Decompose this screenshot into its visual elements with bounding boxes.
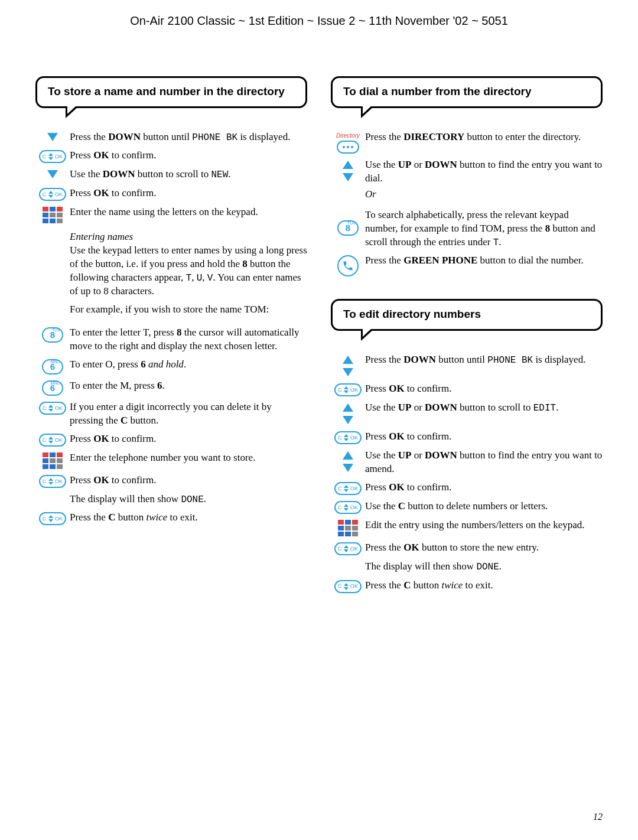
title-dial-text: To dial a number from the directory [343, 85, 531, 97]
title-edit-text: To edit directory numbers [343, 308, 481, 320]
step-directory-button: Directory Press the DIRECTORY button to … [331, 131, 603, 154]
step-ok-3: COK Press OK to confirm. [35, 432, 307, 447]
text: Use the UP or DOWN button to find the en… [365, 158, 603, 204]
step-enter-name: Enter the name using the letters on the … [35, 206, 307, 223]
keypad-icon [43, 452, 63, 469]
step-e10: The display will then show DONE. [331, 560, 603, 574]
title-store-text: To store a name and number in the direct… [48, 85, 285, 97]
c-ok-button-icon: COK [334, 580, 362, 593]
step-exit-c: COK Press the C button twice to exit. [35, 511, 307, 525]
entering-names-block: Entering names Use the keypad letters to… [35, 228, 307, 321]
up-down-arrow-icon [343, 354, 353, 377]
text: Press OK to confirm. [365, 481, 603, 494]
page-number: 12 [593, 810, 603, 823]
c-ok-button-icon: COK [39, 475, 66, 488]
text: To enter the letter T, press 8 the curso… [70, 326, 307, 353]
entering-names-subhead: Entering names [70, 230, 307, 244]
step-e9: COK Press the OK button to store the new… [331, 541, 603, 555]
step-e5: Use the UP or DOWN button to find the en… [331, 449, 603, 476]
keypad-icon [43, 207, 63, 223]
text: To enter the M, press 6. [70, 379, 307, 393]
text: To enter O, press 6 and hold. [70, 358, 307, 372]
c-ok-button-icon: COK [334, 501, 362, 514]
text: If you enter a digit incorrectly you can… [70, 401, 307, 428]
key-8-icon: 8TUV [42, 327, 63, 343]
page-header: On-Air 2100 Classic ~ 1st Edition ~ Issu… [35, 13, 603, 29]
step-e4: COK Press OK to confirm. [331, 430, 603, 444]
text: Use the UP or DOWN button to find the en… [365, 449, 603, 476]
step-e11: COK Press the C button twice to exit. [331, 579, 603, 593]
text: To search alphabetically, press the rele… [365, 209, 603, 249]
text: The display will then show DONE. [70, 493, 307, 507]
c-ok-button-icon: COK [39, 150, 66, 163]
step-search-alpha: 8TUV To search alphabetically, press the… [331, 209, 603, 249]
text: Press OK to confirm. [70, 474, 307, 487]
text: The display will then show DONE. [365, 560, 603, 574]
c-ok-button-icon: COK [334, 431, 362, 444]
step-delete-c: COK If you enter a digit incorrectly you… [35, 401, 307, 428]
step-press-6-hold: 6MNO To enter O, press 6 and hold. [35, 358, 307, 375]
step-press-6: 6MNO To enter the M, press 6. [35, 379, 307, 396]
c-ok-button-icon: COK [334, 383, 362, 396]
up-down-arrow-icon [343, 402, 353, 425]
text: Press the DIRECTORY button to enter the … [365, 131, 603, 144]
text: Press the DOWN button until PHONE BK is … [365, 353, 603, 367]
c-ok-button-icon: COK [39, 402, 66, 415]
text: Press OK to confirm. [70, 432, 307, 446]
entering-names-para2: For example, if you wish to store the na… [70, 303, 307, 317]
text: Use the C button to delete numbers or le… [365, 500, 603, 513]
or-text: Or [365, 188, 603, 201]
step-e6: COK Press OK to confirm. [331, 481, 603, 495]
text: Enter the name using the letters on the … [70, 206, 307, 219]
directory-button-icon: Directory [336, 132, 360, 154]
step-e8: Edit the entry using the numbers/letters… [331, 519, 603, 536]
text: Press the GREEN PHONE button to dial the… [365, 254, 603, 268]
c-ok-button-icon: COK [334, 542, 362, 555]
content-columns: To store a name and number in the direct… [35, 76, 603, 598]
key-6-icon: 6MNO [42, 380, 63, 396]
up-down-arrow-icon [343, 450, 353, 473]
key-8-icon: 8TUV [337, 220, 359, 236]
entering-names-para1: Use the keypad letters to enter names by… [70, 244, 307, 298]
text: Press the DOWN button until PHONE BK is … [70, 131, 307, 145]
step-done-1: The display will then show DONE. [35, 493, 307, 507]
step-down-new: Use the DOWN button to scroll to NEW. [35, 168, 307, 182]
text: Use the DOWN button to scroll to NEW. [70, 168, 307, 182]
c-ok-button-icon: COK [39, 512, 66, 525]
green-phone-icon [337, 255, 359, 276]
step-e3: Use the UP or DOWN button to scroll to E… [331, 401, 603, 425]
step-press-8: 8TUV To enter the letter T, press 8 the … [35, 326, 307, 353]
step-green-phone: Press the GREEN PHONE button to dial the… [331, 254, 603, 276]
right-column: To dial a number from the directory Dire… [331, 76, 603, 598]
keypad-icon [338, 520, 358, 536]
left-column: To store a name and number in the direct… [35, 76, 307, 598]
text: Press the OK button to store the new ent… [365, 541, 603, 555]
text: Press the C button twice to exit. [365, 579, 603, 592]
down-arrow-icon [47, 170, 58, 178]
step-enter-number: Enter the telephone number you want to s… [35, 451, 307, 469]
c-ok-button-icon: COK [39, 188, 66, 201]
key-6-icon: 6MNO [42, 359, 63, 375]
down-arrow-icon [47, 133, 58, 141]
text: Use the UP or DOWN button to scroll to E… [365, 401, 603, 415]
text: Press the C button twice to exit. [70, 511, 307, 525]
step-e2: COK Press OK to confirm. [331, 382, 603, 396]
step-down-phonebk: Press the DOWN button until PHONE BK is … [35, 131, 307, 145]
step-ok-2: COK Press OK to confirm. [35, 187, 307, 201]
text: Press OK to confirm. [365, 430, 603, 444]
text: Enter the telephone number you want to s… [70, 451, 307, 465]
step-e1: Press the DOWN button until PHONE BK is … [331, 353, 603, 377]
c-ok-button-icon: COK [39, 434, 66, 447]
up-down-arrow-icon [343, 159, 353, 183]
text: Press OK to confirm. [70, 149, 307, 162]
title-edit: To edit directory numbers [331, 299, 603, 331]
text: Edit the entry using the numbers/letters… [365, 519, 603, 532]
text: Press OK to confirm. [70, 187, 307, 200]
text: Press OK to confirm. [365, 382, 603, 396]
title-dial: To dial a number from the directory [331, 76, 603, 108]
step-ok-1: COK Press OK to confirm. [35, 149, 307, 163]
step-updown-find: Use the UP or DOWN button to find the en… [331, 158, 603, 204]
step-ok-4: COK Press OK to confirm. [35, 474, 307, 488]
title-store: To store a name and number in the direct… [35, 76, 307, 108]
c-ok-button-icon: COK [334, 482, 362, 495]
